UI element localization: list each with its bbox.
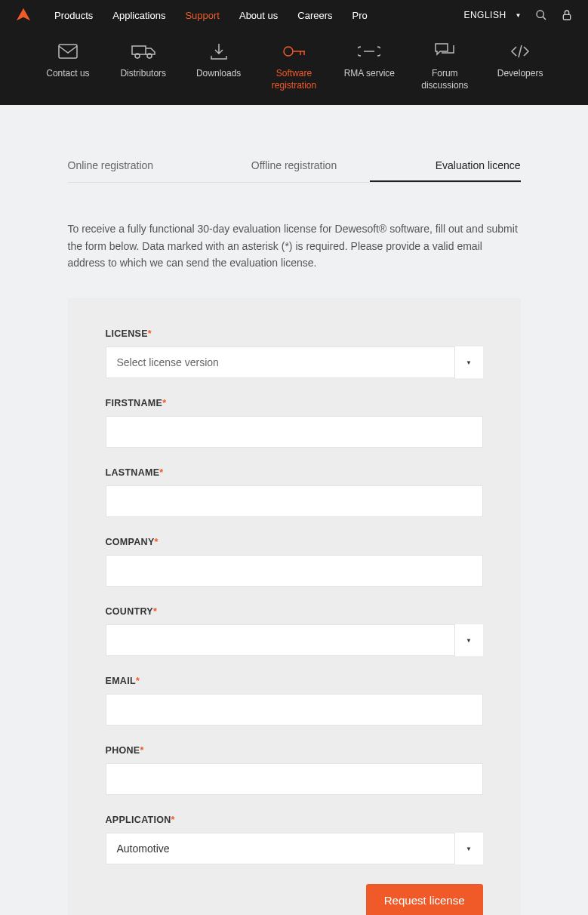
license-select[interactable]: Select license version — [106, 347, 483, 378]
chevron-down-icon[interactable]: ▼ — [454, 624, 483, 656]
svg-line-1 — [543, 17, 546, 20]
subnav-rma-service[interactable]: RMA service — [331, 41, 407, 91]
subnav-software-registration[interactable]: Software registration — [257, 41, 332, 91]
tab-online-registration[interactable]: Online registration — [68, 150, 219, 182]
support-subnav: Contact us Distributors Downloads Softwa… — [0, 30, 588, 105]
truck-icon — [106, 41, 181, 62]
lastname-input[interactable] — [106, 485, 483, 517]
registration-tabs: Online registration Offline registration… — [68, 150, 521, 183]
firstname-label: FIRSTNAME* — [106, 398, 483, 408]
intro-text: To receive a fully functional 30-day eva… — [68, 220, 521, 271]
subnav-forum-discussions[interactable]: Forum discussions — [407, 41, 482, 91]
code-icon — [482, 41, 558, 62]
nav-careers[interactable]: Careers — [297, 10, 332, 21]
download-icon — [181, 41, 257, 62]
brand-logo[interactable] — [15, 7, 32, 23]
svg-rect-4 — [132, 46, 146, 54]
nav-support[interactable]: Support — [185, 10, 220, 21]
tab-offline-registration[interactable]: Offline registration — [219, 150, 370, 182]
license-label: LICENSE* — [106, 328, 483, 339]
language-label: ENGLISH — [463, 10, 506, 20]
wrench-icon — [331, 41, 407, 62]
chevron-down-icon[interactable]: ▼ — [454, 833, 483, 864]
nav-products[interactable]: Products — [54, 10, 93, 21]
svg-rect-3 — [59, 45, 77, 58]
subnav-distributors[interactable]: Distributors — [106, 41, 181, 91]
subnav-contact-us[interactable]: Contact us — [30, 41, 106, 91]
search-icon[interactable] — [535, 9, 547, 21]
nav-applications[interactable]: Applications — [112, 10, 165, 21]
email-label: EMAIL* — [106, 676, 483, 686]
svg-point-0 — [537, 11, 543, 17]
top-nav-bar: Products Applications Support About us C… — [0, 0, 588, 30]
company-label: COMPANY* — [106, 537, 483, 547]
application-select[interactable]: Automotive — [106, 833, 483, 864]
svg-point-7 — [284, 47, 293, 56]
chat-icon — [407, 41, 482, 62]
email-input[interactable] — [106, 694, 483, 726]
nav-about-us[interactable]: About us — [239, 10, 278, 21]
key-icon — [257, 41, 332, 62]
envelope-icon — [30, 41, 106, 62]
application-label: APPLICATION* — [106, 815, 483, 825]
country-label: COUNTRY* — [106, 606, 483, 617]
svg-rect-2 — [563, 14, 570, 20]
phone-label: PHONE* — [106, 745, 483, 756]
company-input[interactable] — [106, 555, 483, 587]
main-nav: Products Applications Support About us C… — [54, 10, 463, 21]
request-license-button[interactable]: Request license — [366, 884, 483, 915]
country-select[interactable] — [106, 624, 483, 656]
subnav-downloads[interactable]: Downloads — [181, 41, 257, 91]
lock-icon[interactable] — [561, 9, 573, 21]
language-selector[interactable]: ENGLISH ▼ — [463, 10, 522, 20]
lastname-label: LASTNAME* — [106, 467, 483, 478]
tab-evaluation-licence[interactable]: Evaluation licence — [370, 150, 521, 182]
chevron-down-icon[interactable]: ▼ — [454, 347, 483, 378]
phone-input[interactable] — [106, 763, 483, 795]
firstname-input[interactable] — [106, 416, 483, 448]
nav-pro[interactable]: Pro — [352, 10, 368, 21]
subnav-developers[interactable]: Developers — [482, 41, 558, 91]
chevron-down-icon: ▼ — [516, 12, 522, 19]
evaluation-form: LICENSE* Select license version ▼ FIRSTN… — [68, 298, 521, 915]
